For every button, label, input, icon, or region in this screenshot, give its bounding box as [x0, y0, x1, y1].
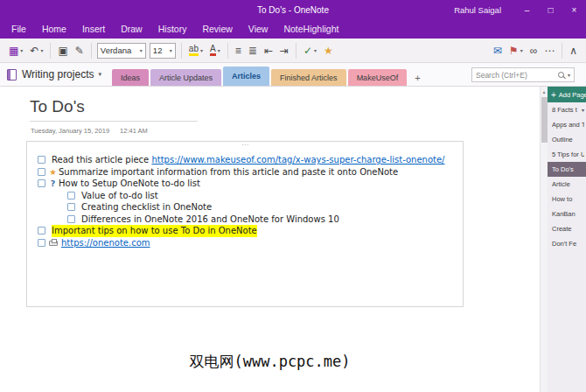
menu-item-insert[interactable]: Insert [74, 19, 113, 38]
todo-checkbox[interactable] [38, 168, 45, 176]
section-tab-makeuseof[interactable]: MakeUseOf [348, 69, 408, 86]
todo-checkbox[interactable] [38, 239, 45, 247]
todo-link[interactable]: https://www.makeuseof.com/tag/x-ways-sup… [151, 155, 444, 164]
todo-item: ?How to Setup OneNote to-do list [27, 178, 463, 190]
paste-icon[interactable]: ▣ [54, 41, 71, 60]
watermark: 双电网(www.pcpc.me) [0, 352, 540, 372]
page-item-8-facts-t[interactable]: 8 Facts t▾ [548, 102, 586, 117]
bullets-icon[interactable]: ≡ [232, 41, 245, 60]
search-box[interactable]: ▾ [471, 67, 575, 82]
numbering-icon[interactable]: ≣ [245, 41, 261, 60]
section-tab-finished-articles[interactable]: Finished Articles [271, 69, 346, 86]
outdent-icon[interactable]: ⇤ [261, 41, 276, 60]
page-item-to-do-s[interactable]: To Do's [548, 162, 586, 177]
chevron-down-icon: ▾ [20, 47, 23, 53]
ribbon-divider [91, 43, 92, 59]
todo-checkbox[interactable] [67, 215, 75, 223]
indent-icon[interactable]: ⇥ [276, 41, 292, 60]
todo-checkbox[interactable] [38, 179, 45, 187]
maximize-button[interactable]: □ [539, 0, 562, 19]
section-tabs: IdeasArticle UpdatesArticlesFinished Art… [112, 63, 429, 86]
close-button[interactable]: × [562, 0, 586, 19]
section-tab-articles[interactable]: Articles [223, 66, 269, 86]
section-tab-article-updates[interactable]: Article Updates [150, 69, 221, 86]
todo-link[interactable]: https://onenote.com [61, 238, 150, 248]
page-title[interactable]: To Do's [30, 97, 198, 116]
page-date: Tuesday, January 15, 2019 [31, 127, 109, 135]
todo-text: Read this article piece https://www.make… [52, 154, 444, 166]
ribbon-divider [296, 43, 296, 59]
page-item-label: Article [552, 180, 584, 188]
vertical-scrollbar[interactable]: ▴ [540, 87, 548, 392]
add-page-button[interactable]: + Add Page [548, 87, 586, 102]
todo-text: Important tips on how to use To Do in On… [52, 225, 257, 237]
format-painter-icon[interactable]: ✎ [72, 41, 87, 60]
todo-text: How to Setup OneNote to-do list [59, 178, 200, 190]
undo-icon[interactable]: ↶▾ [26, 41, 46, 60]
todo-item: Important tips on how to use To Do in On… [27, 225, 463, 237]
todo-text: Creating checklist in OneNote [81, 201, 212, 214]
page-item-article[interactable]: Article [548, 177, 586, 192]
page-item-kanban[interactable]: KanBan [548, 206, 586, 221]
menu-item-notehighlight[interactable]: NoteHighlight [276, 19, 346, 38]
todo-checkbox[interactable] [38, 156, 45, 164]
plus-icon: + [551, 90, 556, 100]
chevron-down-icon: ▾ [40, 47, 43, 53]
todo-checkbox[interactable] [67, 203, 75, 211]
scrollbar-thumb[interactable] [541, 97, 548, 143]
minimize-button[interactable]: – [515, 0, 539, 19]
ribbon-divider [227, 43, 228, 59]
link-icon[interactable]: ∞ [527, 41, 541, 60]
collapse-ribbon-icon[interactable]: ∧ [566, 41, 581, 60]
question-tag-icon: ? [49, 178, 57, 189]
ribbon-divider [50, 43, 51, 59]
menu-item-file[interactable]: File [3, 19, 34, 38]
notebook-switcher[interactable]: Writing projects ▾ [0, 63, 112, 86]
note-container[interactable]: ⋯ Read this article piece https://www.ma… [26, 141, 464, 307]
scroll-up-icon[interactable]: ▴ [541, 87, 548, 94]
page-panel: To Do's Tuesday, January 15, 201912:41 A… [0, 87, 540, 392]
chevron-down-icon: ▾ [170, 47, 172, 53]
page-item-label: Apps and T [552, 121, 584, 129]
todo-tag-icon[interactable]: ✓▾ [300, 41, 320, 60]
add-page-label: Add Page [559, 91, 586, 99]
page-item-outline[interactable]: Outline [548, 132, 586, 147]
user-name[interactable]: Rahul Saigal [454, 5, 501, 15]
section-tab-ideas[interactable]: Ideas [112, 69, 149, 86]
menu-item-draw[interactable]: Draw [113, 19, 150, 38]
font-size-select[interactable]: 12▾ [150, 43, 176, 59]
important-star-icon: ★ [49, 166, 57, 178]
todo-checkbox[interactable] [38, 227, 45, 234]
page-item-don-t-fe[interactable]: Don't Fe [548, 236, 586, 251]
font-color-icon[interactable]: A▾ [206, 41, 224, 60]
chevron-down-icon: ▾ [140, 47, 143, 53]
page-date-row: Tuesday, January 15, 201912:41 AM [31, 127, 148, 135]
todo-checkbox[interactable] [67, 192, 75, 200]
page-item-create[interactable]: Create [548, 221, 586, 236]
menu-item-review[interactable]: Review [194, 19, 240, 38]
email-page-icon[interactable]: ✉ [490, 41, 506, 60]
chevron-down-icon[interactable]: ▾ [568, 72, 570, 78]
section-bar: Writing projects ▾ IdeasArticle UpdatesA… [0, 63, 586, 87]
page-item-label: 5 Tips for U [552, 150, 584, 158]
text-highlight-icon[interactable]: ab▾ [185, 41, 206, 60]
menu-item-history[interactable]: History [150, 19, 195, 38]
font-name-select[interactable]: Verdana▾ [97, 43, 146, 59]
outlook-tasks-icon[interactable]: ⚑▾ [506, 41, 527, 60]
note-handle-icon[interactable]: ⋯ [27, 142, 463, 149]
page-item-5-tips-for-u[interactable]: 5 Tips for U [548, 147, 586, 162]
important-tag-icon[interactable]: ★ [320, 41, 337, 60]
page-item-apps-and-t[interactable]: Apps and T [548, 117, 586, 132]
menu-bar: FileHomeInsertDrawHistoryReviewViewNoteH… [0, 19, 586, 38]
menu-item-view[interactable]: View [241, 19, 276, 38]
page-item-label: Don't Fe [552, 240, 584, 248]
menu-item-home[interactable]: Home [34, 19, 74, 38]
add-section-button[interactable]: + [408, 69, 426, 86]
page-item-how-to[interactable]: How to [548, 192, 586, 206]
font-size-select-value: 12 [153, 46, 163, 55]
page-item-label: Outline [552, 136, 584, 144]
quick-access-icon[interactable]: ▦▾ [5, 41, 26, 60]
search-input[interactable] [476, 71, 556, 80]
more-icon[interactable]: ⋯ [541, 41, 558, 60]
todo-text: Differences in OneNote 2016 and OneNote … [81, 214, 339, 226]
